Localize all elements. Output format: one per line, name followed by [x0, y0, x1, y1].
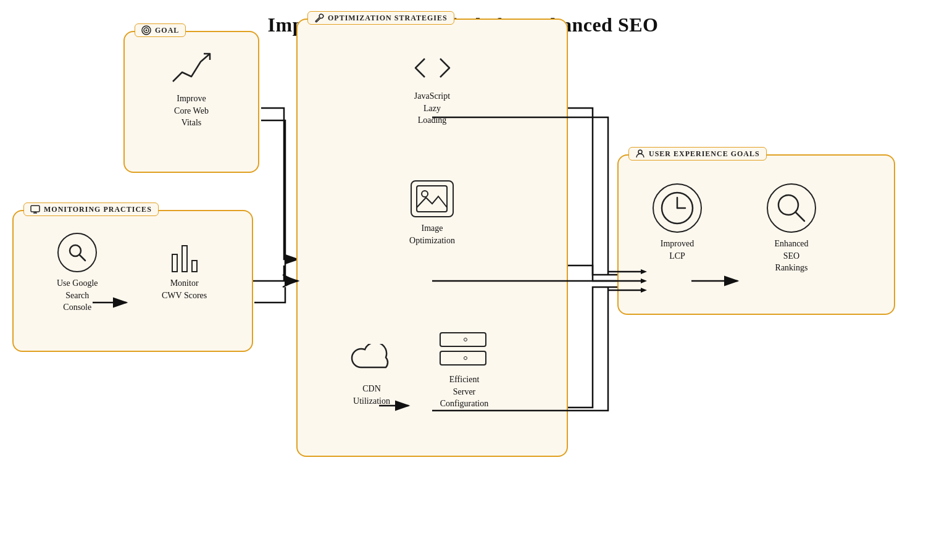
trend-up-icon [170, 51, 213, 88]
enhanced-seo-label: EnhancedSEORankings [774, 238, 808, 274]
svg-rect-11 [31, 206, 40, 212]
svg-line-32 [283, 281, 295, 287]
wrench-icon [314, 13, 324, 23]
svg-point-18 [638, 150, 642, 154]
server-icon [440, 328, 489, 369]
cloud-icon [347, 341, 396, 378]
magnifier-icon [776, 193, 807, 224]
monitor-box: MONITORING PRACTICES Use GoogleSearchCon… [12, 210, 253, 352]
magnifier-icon-circle [767, 183, 816, 233]
search-icon [66, 241, 88, 264]
monitor-box-label: MONITORING PRACTICES [23, 203, 159, 216]
bar-chart-icon [165, 233, 204, 272]
cloud-shape-icon [349, 344, 395, 375]
cdn-node: CDNUtilization [347, 341, 396, 407]
js-lazy-loading-node: JavaScriptLazyLoading [411, 51, 454, 127]
image-icon [411, 180, 454, 217]
svg-point-10 [146, 30, 148, 31]
svg-line-31 [283, 275, 295, 281]
ux-box: USER EXPERIENCE GOALS ImprovedLCP Enhanc… [617, 154, 895, 315]
svg-point-17 [422, 191, 428, 197]
goal-box: GOAL ImproveCore WebVitals [123, 31, 259, 173]
svg-line-23 [796, 212, 804, 221]
svg-rect-16 [417, 186, 447, 212]
enhanced-seo-node: EnhancedSEORankings [767, 183, 816, 274]
google-search-console-node: Use GoogleSearchConsole [57, 233, 98, 314]
monitor-icon [30, 204, 40, 214]
image-opt-node: ImageOptimization [409, 180, 455, 246]
search-icon-circle [57, 233, 97, 272]
improved-lcp-node: ImprovedLCP [653, 183, 702, 262]
clock-icon-circle [653, 183, 702, 233]
server-config-label: EfficientServerConfiguration [440, 374, 489, 410]
google-search-console-label: Use GoogleSearchConsole [57, 277, 98, 314]
image-opt-label: ImageOptimization [409, 222, 455, 246]
improve-cwv-label: ImproveCore WebVitals [174, 93, 209, 129]
optim-box-label: OPTIMIZATION STRATEGIES [307, 11, 454, 25]
monitor-cwv-node: MonitorCWV Scores [162, 233, 207, 301]
js-lazy-loading-label: JavaScriptLazyLoading [414, 90, 450, 127]
code-brackets-icon [412, 56, 453, 80]
goal-box-label: GOAL [135, 23, 186, 37]
code-icon [411, 51, 454, 85]
goal-icon [141, 25, 151, 35]
improve-cwv-node: ImproveCore WebVitals [170, 51, 213, 129]
optim-box: OPTIMIZATION STRATEGIES JavaScriptLazyLo… [296, 19, 568, 457]
clock-icon [661, 191, 694, 225]
ux-box-label: USER EXPERIENCE GOALS [628, 147, 767, 161]
cdn-label: CDNUtilization [353, 383, 390, 407]
monitor-cwv-label: MonitorCWV Scores [162, 277, 207, 301]
improved-lcp-label: ImprovedLCP [661, 238, 694, 262]
server-config-node: EfficientServerConfiguration [440, 328, 489, 410]
svg-line-15 [80, 255, 85, 261]
person-icon [635, 149, 645, 159]
image-frame-icon [415, 184, 449, 214]
